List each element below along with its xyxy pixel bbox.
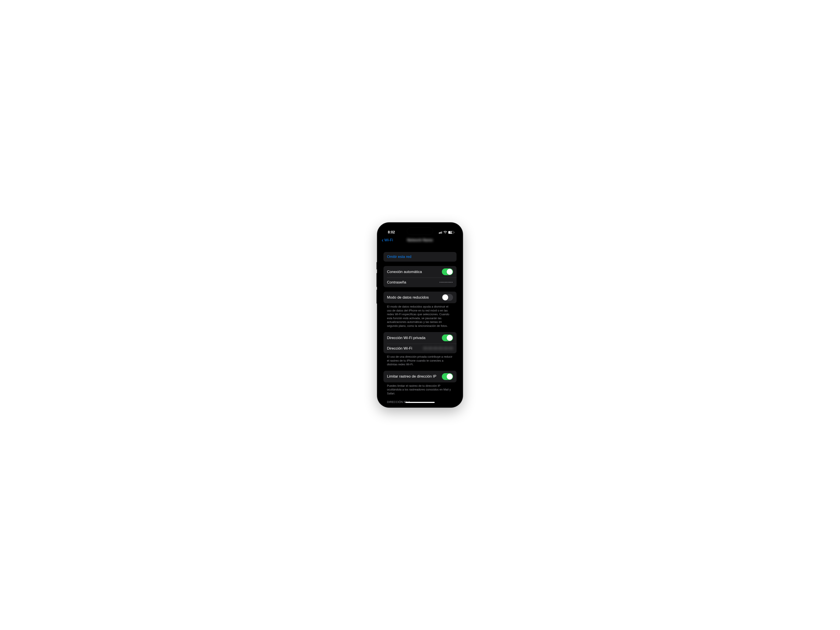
wifi-address-row[interactable]: Dirección Wi-Fi 00:00:00:00:00:00: [384, 344, 456, 353]
limit-ip-footer: Puedes limitar el rastreo de tu direcció…: [384, 382, 456, 395]
battery-icon: 70: [448, 231, 454, 234]
switch-knob: [442, 294, 448, 300]
nav-title: Network Name: [407, 238, 433, 242]
private-address-label: Dirección Wi-Fi privada: [387, 336, 425, 340]
low-data-toggle[interactable]: [442, 294, 453, 301]
low-data-label: Modo de datos reducidos: [387, 295, 429, 300]
status-right: 70: [439, 231, 454, 234]
dynamic-island: [407, 227, 433, 235]
auto-join-row: Conexión automática: [384, 266, 456, 278]
password-row[interactable]: Contraseña ••••••••••: [384, 278, 456, 287]
status-time: 8:02: [388, 231, 395, 234]
password-value: ••••••••••: [439, 281, 453, 284]
auto-join-toggle[interactable]: [442, 268, 453, 275]
private-address-toggle[interactable]: [442, 335, 453, 341]
wifi-address-label: Dirección Wi-Fi: [387, 346, 412, 351]
limit-ip-row: Limitar rastreo de dirección IP: [384, 371, 456, 382]
switch-knob: [447, 335, 453, 341]
connection-group: Conexión automática Contraseña •••••••••…: [384, 266, 456, 287]
back-button[interactable]: ‹ Wi-Fi: [382, 238, 393, 243]
limit-ip-group: Limitar rastreo de dirección IP: [384, 371, 456, 382]
password-label: Contraseña: [387, 280, 406, 284]
phone-frame: 8:02 70 ‹ Wi-Fi Network Name: [377, 223, 463, 407]
switch-knob: [447, 269, 453, 275]
forget-network-group: Omitir esta red: [384, 252, 456, 262]
forget-network-button[interactable]: Omitir esta red: [384, 252, 456, 262]
low-data-footer: El modo de datos reducidos ayuda a dismi…: [384, 303, 456, 328]
home-indicator[interactable]: [405, 402, 435, 403]
settings-content[interactable]: Omitir esta red Conexión automática Cont…: [380, 246, 460, 403]
low-data-row: Modo de datos reducidos: [384, 292, 456, 303]
back-label: Wi-Fi: [384, 238, 393, 242]
private-address-group: Dirección Wi-Fi privada Dirección Wi-Fi …: [384, 332, 456, 353]
low-data-group: Modo de datos reducidos: [384, 292, 456, 303]
wifi-address-value: 00:00:00:00:00:00: [423, 346, 453, 351]
screen: 8:02 70 ‹ Wi-Fi Network Name: [380, 225, 460, 405]
limit-ip-toggle[interactable]: [442, 373, 453, 380]
switch-knob: [447, 374, 453, 379]
chevron-left-icon: ‹: [382, 238, 384, 243]
cellular-signal-icon: [439, 231, 442, 234]
auto-join-label: Conexión automática: [387, 270, 422, 274]
limit-ip-label: Limitar rastreo de dirección IP: [387, 374, 436, 379]
private-address-footer: El uso de una dirección privada contribu…: [384, 353, 456, 366]
private-address-row: Dirección Wi-Fi privada: [384, 332, 456, 344]
forget-network-label: Omitir esta red: [387, 255, 411, 259]
wifi-icon: [444, 231, 447, 234]
battery-level: 70: [450, 231, 452, 234]
nav-bar: ‹ Wi-Fi Network Name: [380, 236, 460, 246]
